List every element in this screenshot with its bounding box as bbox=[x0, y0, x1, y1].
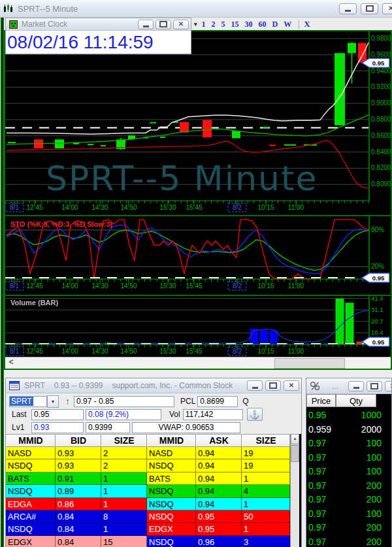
level2-cell[interactable]: NSDQ bbox=[6, 523, 56, 535]
tape-row[interactable]: 0.97100 bbox=[306, 507, 391, 522]
level2-cell[interactable]: EDGA bbox=[6, 498, 56, 510]
volume-field[interactable]: 117,142 bbox=[183, 409, 243, 420]
level2-cell[interactable]: NSDQ bbox=[147, 510, 196, 523]
price-chart[interactable]: SPRT--5 Minute0.98000.96000.94000.92000.… bbox=[5, 31, 391, 215]
tape-row[interactable]: 0.97100 bbox=[306, 465, 391, 479]
level2-cell[interactable]: 0.93 bbox=[56, 447, 101, 459]
tape-row[interactable]: 0.97200 bbox=[306, 521, 391, 535]
column-header-size[interactable]: SIZE bbox=[242, 434, 290, 447]
level2-cell[interactable]: 4 bbox=[242, 485, 290, 497]
tape-titlebar[interactable]: ... ✕ bbox=[306, 378, 391, 394]
tape-row[interactable]: 0.97100 bbox=[306, 437, 391, 451]
level2-cell[interactable]: 3 bbox=[242, 536, 290, 547]
level2-cell[interactable]: NSDQ bbox=[147, 536, 196, 547]
anchor-icon[interactable]: ⚓ bbox=[247, 408, 263, 421]
timeframe-1[interactable]: 1 bbox=[202, 20, 206, 29]
minimize-button[interactable] bbox=[339, 3, 357, 14]
level2-cell[interactable]: 0.95 bbox=[196, 523, 242, 535]
timeframe-W[interactable]: W bbox=[284, 20, 291, 29]
level2-cell[interactable]: 2 bbox=[101, 447, 147, 459]
level2-cell[interactable]: 15 bbox=[101, 536, 147, 547]
level2-cell[interactable]: NSDQ bbox=[147, 485, 196, 497]
level2-cell[interactable]: 50 bbox=[242, 510, 290, 523]
scroll-thumb[interactable] bbox=[291, 445, 299, 462]
change-field[interactable]: 0.08 (9.2%) bbox=[86, 409, 161, 420]
level2-cell[interactable]: 0.84 bbox=[56, 523, 101, 535]
level2-titlebar[interactable]: SPRT 0.93 -- 0.9399 support.com, Inc. - … bbox=[6, 378, 301, 393]
level2-cell[interactable]: NSDQ bbox=[6, 459, 56, 472]
column-header-mmid[interactable]: MMID bbox=[6, 434, 56, 447]
level2-cell[interactable]: 0.84 bbox=[56, 510, 101, 523]
column-header-bid[interactable]: BID bbox=[56, 434, 101, 447]
level2-cell[interactable]: 2 bbox=[101, 459, 147, 472]
level2-cell[interactable]: 1 bbox=[101, 498, 147, 510]
level2-cell[interactable]: 0.91 bbox=[56, 472, 101, 485]
level2-cell[interactable]: 8 bbox=[101, 510, 147, 523]
volume-chart[interactable]: Volume (BAR)41.431.120.710.48/112:4514:0… bbox=[5, 296, 391, 357]
tape-row[interactable]: 0.97200 bbox=[306, 493, 391, 507]
level2-cell[interactable]: 0.84 bbox=[56, 536, 101, 547]
level2-cell[interactable]: NSDQ bbox=[147, 498, 196, 510]
level2-cell[interactable]: BATS bbox=[147, 472, 196, 485]
level2-cell[interactable]: 1 bbox=[101, 485, 147, 497]
combo-dropdown-icon[interactable]: ▼ bbox=[47, 395, 59, 408]
close-icon[interactable]: ✕ bbox=[284, 380, 299, 391]
level2-cell[interactable]: NASD bbox=[6, 447, 56, 459]
tape-row[interactable]: 0.97200 bbox=[306, 479, 391, 493]
last-price-field[interactable]: 0.95 bbox=[31, 409, 84, 420]
level2-cell[interactable]: 0.94 bbox=[196, 472, 242, 485]
column-header-ask[interactable]: ASK bbox=[196, 434, 242, 447]
scroll-left-arrow-icon[interactable]: < bbox=[7, 358, 16, 367]
maximize-button[interactable] bbox=[265, 380, 281, 391]
level2-cell[interactable]: 0.86 bbox=[56, 498, 101, 510]
maximize-button[interactable] bbox=[367, 381, 382, 391]
market-clock-titlebar[interactable]: Market Clock ✕ bbox=[6, 18, 191, 31]
level2-cell[interactable]: 0.94 bbox=[196, 485, 242, 497]
level2-cell[interactable]: 1 bbox=[242, 498, 290, 510]
level2-cell[interactable]: 0.89 bbox=[56, 485, 101, 497]
level2-cell[interactable]: 19 bbox=[242, 459, 290, 472]
timeframe-2[interactable]: 2 bbox=[212, 20, 216, 29]
lv1-ask-field[interactable]: 0.9399 bbox=[86, 422, 130, 433]
day-range-field[interactable]: 0.97 - 0.85 bbox=[74, 396, 174, 407]
symbol-combobox[interactable]: SPRT ▼ bbox=[9, 395, 59, 408]
level2-cell[interactable]: ARCA# bbox=[6, 510, 56, 523]
tape-row[interactable]: 0.9592000 bbox=[306, 423, 391, 437]
scroll-up-arrow-icon[interactable]: ▲ bbox=[291, 434, 299, 444]
maximize-button[interactable] bbox=[361, 3, 378, 14]
level2-cell[interactable]: 0.94 bbox=[196, 498, 242, 510]
level2-cell[interactable]: NSDQ bbox=[147, 459, 196, 472]
scroll-thumb[interactable] bbox=[274, 358, 345, 369]
maximize-button[interactable] bbox=[155, 20, 171, 29]
minimize-button[interactable] bbox=[348, 381, 364, 391]
close-icon[interactable]: ✕ bbox=[385, 381, 392, 391]
lv1-bid-field[interactable]: 0.93 bbox=[31, 422, 84, 433]
timeframe-30[interactable]: 30 bbox=[245, 20, 253, 29]
column-header-size[interactable]: SIZE bbox=[101, 434, 147, 447]
level2-cell[interactable]: 0.95 bbox=[196, 510, 242, 523]
level2-cell[interactable]: 1 bbox=[101, 472, 147, 485]
level2-cell[interactable]: BATS bbox=[6, 472, 56, 485]
chevron-down-icon[interactable]: ▾ bbox=[194, 21, 197, 27]
level2-cell[interactable]: 0.94 bbox=[196, 459, 242, 472]
level2-cell[interactable]: 0.96 bbox=[196, 536, 242, 547]
timeframe-5[interactable]: 5 bbox=[221, 20, 225, 29]
level2-cell[interactable]: 0.93 bbox=[56, 459, 101, 472]
tape-row[interactable]: 0.97200 bbox=[306, 535, 391, 547]
level2-cell[interactable]: NSDQ bbox=[6, 485, 56, 497]
level2-cell[interactable]: NASD bbox=[147, 447, 196, 459]
timeframe-D[interactable]: D bbox=[272, 20, 278, 29]
minimize-button[interactable] bbox=[138, 20, 154, 29]
chart-window-titlebar[interactable]: SPRT--5 Minute ✕ bbox=[0, 0, 392, 18]
level2-cell[interactable]: 19 bbox=[242, 447, 290, 459]
chart-scrollbar[interactable]: < bbox=[5, 357, 391, 369]
timeframe-15[interactable]: 15 bbox=[231, 20, 239, 29]
level2-cell[interactable]: 1 bbox=[101, 523, 147, 535]
level2-cell[interactable]: EDGX bbox=[147, 523, 196, 535]
level2-scrollbar[interactable]: ▲ bbox=[290, 434, 299, 547]
level2-cell[interactable]: EDGX bbox=[6, 536, 56, 547]
qty-column-header[interactable]: Qty bbox=[336, 394, 376, 407]
level2-cell[interactable]: 1 bbox=[242, 472, 290, 485]
price-column-header[interactable]: Price bbox=[306, 394, 336, 407]
column-header-mmid[interactable]: MMID bbox=[147, 434, 196, 447]
